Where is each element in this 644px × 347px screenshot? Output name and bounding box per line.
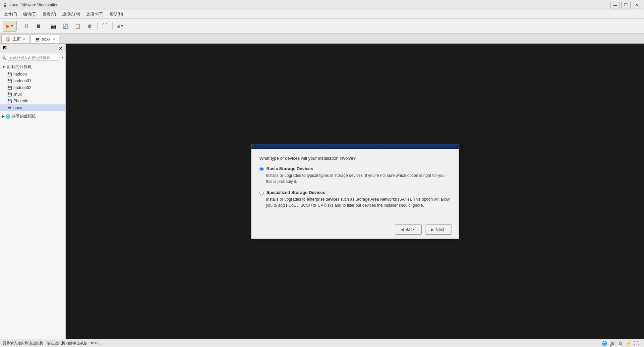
home-icon: 🏠 bbox=[6, 37, 11, 42]
sidebar-search-area: 🔍 ▼ bbox=[0, 53, 65, 62]
search-dropdown-icon[interactable]: ▼ bbox=[61, 56, 64, 59]
toolbar-separator-2 bbox=[46, 22, 46, 30]
sidebar-close-icon[interactable]: ✕ bbox=[59, 46, 63, 51]
view-button[interactable]: ⊞ ▼ bbox=[115, 21, 125, 32]
vm-content[interactable]: What type of devices will your installat… bbox=[66, 44, 644, 339]
usb-icon[interactable]: ⚡ bbox=[626, 341, 631, 346]
sidebar-item-phoenix[interactable]: 💾 Phoenix bbox=[0, 98, 65, 104]
suspend-icon: ⏸ bbox=[24, 23, 29, 29]
toolbar-separator-3 bbox=[97, 22, 98, 30]
storage-option-specialized-label[interactable]: Specialized Storage Devices bbox=[267, 190, 326, 195]
vm-icon-hadoop02: 💾 bbox=[7, 86, 12, 90]
menu-view[interactable]: 查看(V) bbox=[40, 11, 59, 18]
minimize-button[interactable]: — bbox=[610, 2, 620, 8]
expand-shared-icon: ▶ bbox=[2, 114, 5, 118]
fullscreen-icon: ⛶ bbox=[102, 23, 108, 29]
installer-body: What type of devices will your installat… bbox=[251, 149, 459, 220]
sidebar-item-ooxx[interactable]: 💻 ooxx bbox=[0, 104, 65, 111]
fullscreen-status-icon[interactable]: ⛶ bbox=[634, 341, 639, 346]
installer-dialog: What type of devices will your installat… bbox=[251, 144, 459, 239]
titlebar: 🖥 ooxx - VMware Workstation — ❐ ✕ bbox=[0, 0, 644, 10]
tab-home[interactable]: 🏠 主页 ✕ bbox=[1, 35, 30, 43]
sidebar-item-hadoop01[interactable]: 💾 hadoop01 bbox=[0, 78, 65, 84]
display-icon[interactable]: 🖥 bbox=[618, 341, 623, 346]
sidebar-group-mycomputer[interactable]: ▼ 🖥 我的计算机 bbox=[0, 63, 65, 71]
shared-icon: 🌐 bbox=[5, 114, 10, 119]
suspend-button[interactable]: ⏸ bbox=[21, 21, 32, 32]
sidebar-group-shared[interactable]: ▶ 🌐 共享的虚拟机 bbox=[0, 112, 65, 120]
close-button[interactable]: ✕ bbox=[632, 2, 641, 8]
radio-specialized[interactable] bbox=[259, 191, 264, 195]
next-icon: ▶ bbox=[431, 227, 434, 232]
toolbar-separator-4 bbox=[112, 22, 113, 30]
storage-option-basic: Basic Storage Devices Installs or upgrad… bbox=[259, 166, 451, 185]
snapshot-btn-4[interactable]: 🗑 bbox=[84, 21, 95, 32]
sidebar-item-hadoop02[interactable]: 💾 hadoop02 bbox=[0, 84, 65, 91]
snapshot-btn-3[interactable]: 📋 bbox=[72, 21, 83, 32]
storage-option-basic-label[interactable]: Basic Storage Devices bbox=[267, 166, 313, 171]
stop-button[interactable]: ⏹ bbox=[33, 21, 44, 32]
tab-ooxx-close[interactable]: ✕ bbox=[52, 37, 55, 41]
tab-ooxx[interactable]: 💻 ooxx ✕ bbox=[31, 35, 59, 43]
titlebar-title: 🖥 ooxx - VMware Workstation bbox=[3, 2, 59, 8]
snapshot-icon-1: 📷 bbox=[51, 23, 56, 29]
toolbar: ▶ ▼ ⏸ ⏹ 📷 🔄 📋 🗑 ⛶ ⊞ ▼ bbox=[0, 19, 644, 34]
vm-icon-phoenix: 💾 bbox=[7, 99, 12, 103]
sound-icon[interactable]: 🔊 bbox=[610, 341, 616, 346]
menu-file[interactable]: 文件(F) bbox=[1, 11, 20, 18]
menu-vm[interactable]: 虚拟机(M) bbox=[59, 11, 83, 18]
restore-button[interactable]: ❐ bbox=[621, 2, 631, 8]
titlebar-controls: — ❐ ✕ bbox=[610, 2, 641, 8]
statusbar: 要将输入定向到该虚拟机，请在虚拟机内部单击或按 Ctrl+G。 🌐 🔊 🖥 ⚡ … bbox=[0, 339, 644, 347]
storage-option-specialized-desc: Installs or upgrades to enterprise devic… bbox=[266, 196, 451, 208]
toolbar-separator-1 bbox=[19, 22, 19, 30]
installer-question: What type of devices will your installat… bbox=[259, 156, 451, 161]
sidebar-section-shared: ▶ 🌐 共享的虚拟机 bbox=[0, 112, 65, 121]
tabbar: 🏠 主页 ✕ 💻 ooxx ✕ bbox=[0, 34, 644, 44]
status-text: 要将输入定向到该虚拟机，请在虚拟机内部单击或按 Ctrl+G。 bbox=[3, 341, 103, 346]
sidebar-item-hadoop[interactable]: 💾 hadoop bbox=[0, 71, 65, 78]
statusbar-right: 🌐 🔊 🖥 ⚡ ⛶ bbox=[601, 341, 641, 346]
snapshot-icon-3: 📋 bbox=[75, 23, 80, 29]
sidebar-header: 库 ✕ bbox=[0, 44, 65, 53]
menu-edit[interactable]: 编辑(E) bbox=[20, 11, 39, 18]
power-icon: ▶ bbox=[6, 23, 10, 29]
tab-home-close[interactable]: ✕ bbox=[23, 37, 25, 41]
installer-footer: ◀ Back ▶ Next bbox=[251, 220, 459, 239]
sidebar-title: 库 bbox=[3, 45, 7, 51]
main-layout: 库 ✕ 🔍 ▼ ▼ 🖥 我的计算机 💾 hadoop 💾 hadoop01 bbox=[0, 44, 644, 339]
vm-icon-hadoop: 💾 bbox=[7, 72, 12, 77]
power-dropdown-icon: ▼ bbox=[10, 24, 14, 28]
storage-option-basic-header: Basic Storage Devices bbox=[259, 166, 451, 171]
storage-option-specialized: Specialized Storage Devices Installs or … bbox=[259, 190, 451, 208]
fullscreen-button[interactable]: ⛶ bbox=[100, 21, 110, 32]
menu-tabs[interactable]: 选项卡(T) bbox=[83, 11, 106, 18]
vm-icon-ooxx: 💻 bbox=[7, 106, 12, 110]
vm-icon-tab: 💻 bbox=[35, 37, 40, 42]
snapshot-icon-4: 🗑 bbox=[87, 23, 92, 29]
expand-mycomputer-icon: ▼ bbox=[2, 65, 5, 69]
back-button[interactable]: ◀ Back bbox=[395, 225, 422, 235]
power-button[interactable]: ▶ ▼ bbox=[3, 21, 17, 32]
installer-header-bar bbox=[251, 144, 459, 149]
view-dropdown-icon: ▼ bbox=[120, 24, 124, 28]
vm-icon-hadoop01: 💾 bbox=[7, 79, 12, 83]
sidebar: 库 ✕ 🔍 ▼ ▼ 🖥 我的计算机 💾 hadoop 💾 hadoop01 bbox=[0, 44, 66, 339]
search-input[interactable] bbox=[8, 55, 59, 61]
search-icon: 🔍 bbox=[1, 55, 6, 60]
next-button[interactable]: ▶ Next bbox=[425, 225, 452, 235]
back-icon: ◀ bbox=[401, 227, 404, 232]
sidebar-item-linux[interactable]: 💾 linux bbox=[0, 91, 65, 98]
radio-basic[interactable] bbox=[259, 167, 264, 171]
stop-icon: ⏹ bbox=[36, 23, 41, 29]
menu-help[interactable]: 帮助(H) bbox=[107, 11, 126, 18]
snapshot-btn-2[interactable]: 🔄 bbox=[60, 21, 71, 32]
storage-option-basic-desc: Installs or upgrades to typical types of… bbox=[266, 172, 451, 185]
network-icon[interactable]: 🌐 bbox=[601, 341, 607, 346]
vm-icon-linux: 💾 bbox=[7, 92, 12, 97]
computer-icon: 🖥 bbox=[6, 65, 10, 69]
snapshot-btn-1[interactable]: 📷 bbox=[48, 21, 59, 32]
storage-option-specialized-header: Specialized Storage Devices bbox=[259, 190, 451, 195]
view-icon: ⊞ bbox=[116, 23, 120, 29]
snapshot-icon-2: 🔄 bbox=[63, 23, 68, 29]
